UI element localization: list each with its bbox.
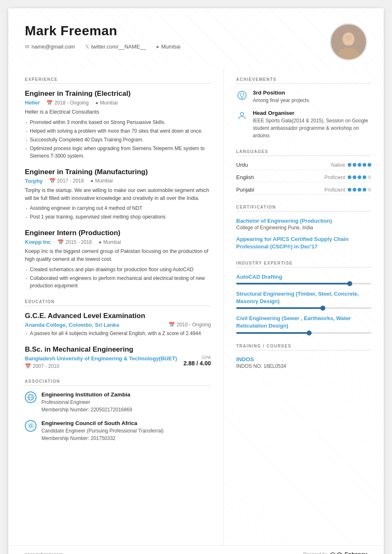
assoc-2: Engineering Council of South Africa Cand… [25, 420, 211, 442]
calendar-icon-2: 📅 [49, 178, 56, 184]
contact-twitter: 𝕏 twitter.com/__NAME__ [85, 44, 146, 50]
job-2: Engineer in Training (Manufacturing) Tor… [25, 168, 211, 221]
language-punjabi: Punjabi Proficient [236, 187, 371, 195]
edu-1-meta: Ananda College, Colombo, Sri Lanka 📅 201… [25, 322, 211, 328]
job-2-meta: Torphy 📅 2017 - 2018 ● Mumbai [25, 178, 211, 184]
edu-2-school-block: Bangladesh University of Engineering & T… [25, 355, 177, 369]
candidate-name: Mark Freeman [25, 23, 330, 39]
dot [363, 163, 366, 167]
photo-svg [331, 23, 366, 61]
language-urdu-right: Native [331, 162, 371, 168]
svg-point-14 [240, 112, 244, 116]
languages-section: LANGUAGES Urdu Native [236, 149, 371, 195]
job-3-location: ● Mumbai [99, 239, 121, 245]
assoc-2-icon [25, 420, 36, 432]
svg-point-4 [345, 34, 353, 41]
dot [358, 163, 361, 167]
dot [353, 188, 356, 192]
dot [353, 175, 356, 179]
assoc-2-role: Candidate Engineer (Pursuing Professiona… [41, 427, 164, 435]
bullet-item: Assisting engineer in carrying out 4 met… [25, 204, 211, 212]
skill-structural-dot [320, 306, 325, 311]
cert-1-title: Bachelor of Engineering (Production) [236, 217, 371, 225]
svg-point-9 [29, 425, 32, 427]
job-3-title: Engineer Intern (Production) [25, 229, 211, 237]
edu-2-gpa-value: 2.88 / 4.00 [184, 360, 211, 367]
skill-structural-fill [236, 307, 324, 309]
job-1-location: ● Mumbai [95, 100, 118, 106]
language-english-dots [348, 175, 371, 179]
certification-section-title: CERTIFICATION [236, 205, 371, 211]
skill-autocad: AutoCAD Drafting [236, 273, 371, 284]
enhancv-logo-icon [329, 551, 343, 554]
pin-icon-3: ● [99, 239, 102, 245]
job-3-bullets: Created schematics and plan drawings for… [25, 266, 211, 289]
dot-empty [368, 188, 371, 192]
cert-2-title: Appearing for APICS Certified Supply Cha… [236, 236, 371, 250]
skill-civil-dot [307, 330, 312, 335]
bullet-item: Post 1 year training, supervised steel m… [25, 213, 211, 221]
contact-info: ✉ name@gmail.com 𝕏 twitter.com/__NAME__ … [25, 44, 330, 50]
main-body: EXPERIENCE Engineer in Training (Electri… [8, 69, 384, 545]
assoc-1: Engineering Institution of Zambia Profes… [25, 391, 211, 413]
language-urdu-dots [348, 163, 371, 167]
language-english-name: English [236, 174, 254, 180]
enhancv-brand: Enhancv [345, 551, 367, 554]
experience-section: EXPERIENCE Engineer in Training (Electri… [25, 77, 211, 289]
edu-2: B.Sc. in Mechanical Engineering Banglade… [25, 345, 211, 369]
languages-section-title: LANGUAGES [236, 149, 371, 156]
achievement-2-text: Head Organiser IEEE Sports Gala(2014 & 2… [253, 110, 371, 139]
bullet-item: Optimized process logic when upgrading f… [25, 145, 211, 160]
contact-location: ● Mumbai [156, 44, 180, 50]
resume-header: Mark Freeman ✉ name@gmail.com 𝕏 twitter.… [8, 8, 384, 69]
assoc-1-icon [25, 391, 36, 403]
job-3-meta: Koepp Inc 📅 2015 - 2016 ● Mumbai [25, 239, 211, 245]
calendar-icon-3: 📅 [58, 239, 64, 245]
skill-structural-name: Structural Engineering (Timber, Steel, C… [236, 290, 371, 305]
training-section: TRAINING / COURSES INDOS INDOS NO: 16EL0… [236, 344, 371, 369]
skill-civil-name: Civil Engineering (Sewer , Earthworks, W… [236, 315, 371, 330]
job-1: Engineer in Training (Electrical) Heller… [25, 90, 211, 160]
globe-icon [27, 394, 34, 401]
language-punjabi-right: Proficient [324, 187, 371, 193]
job-2-location: ● Mumbai [90, 178, 113, 184]
language-urdu-level: Native [331, 162, 345, 168]
email-text: name@gmail.com [31, 44, 75, 50]
skill-autocad-name: AutoCAD Drafting [236, 273, 371, 281]
job-1-date: 📅 2018 - Ongoing [46, 100, 89, 106]
association-section-title: ASSOCIATION [25, 379, 211, 386]
achievement-2-title: Head Organiser [253, 110, 371, 116]
bullet-item: Successfully Completed 40 Days Training … [25, 136, 211, 143]
edu-2-meta-row: Bangladesh University of Engineering & T… [25, 355, 211, 369]
powered-by-text: Powered by [303, 552, 327, 554]
dot [363, 175, 366, 179]
calendar-icon-edu2: 📅 [25, 363, 31, 369]
dot [348, 188, 351, 192]
achievement-2: Head Organiser IEEE Sports Gala(2014 & 2… [236, 110, 371, 139]
achievements-section: ACHIEVEMENTS 3rd Position Among final ye… [236, 77, 371, 139]
job-2-bullets: Assisting engineer in carrying out 4 met… [25, 204, 211, 221]
dot [363, 188, 366, 192]
job-3-description: Koepp Inc is the biggest cement group of… [25, 248, 211, 263]
skill-structural: Structural Engineering (Timber, Steel, C… [236, 290, 371, 309]
achievement-1-icon [236, 90, 248, 101]
skill-civil-bar [236, 332, 371, 334]
bullet-item: Collaborated with engineers to perform m… [25, 275, 211, 289]
edu-1-title: G.C.E. Advanced Level Examination [25, 312, 211, 320]
language-english: English Proficient [236, 174, 371, 182]
pin-icon-1: ● [95, 100, 98, 106]
footer-powered: Powered by Enhancv [303, 551, 367, 554]
email-icon: ✉ [25, 44, 29, 50]
calendar-icon-1: 📅 [46, 100, 53, 106]
right-column: ACHIEVEMENTS 3rd Position Among final ye… [224, 69, 384, 545]
dot [348, 175, 351, 179]
cert-2: Appearing for APICS Certified Supply Cha… [236, 236, 371, 250]
assoc-2-name: Engineering Council of South Africa [41, 420, 164, 426]
dot-empty [368, 175, 371, 179]
skill-autocad-bar [236, 283, 371, 284]
bullet-item: A passes for all 4 subjects including Ge… [25, 330, 211, 337]
education-section: EDUCATION G.C.E. Advanced Level Examinat… [25, 299, 211, 369]
edu-1-school: Ananda College, Colombo, Sri Lanka [25, 322, 119, 328]
language-urdu-name: Urdu [236, 162, 248, 168]
training-section-title: TRAINING / COURSES [236, 344, 371, 350]
